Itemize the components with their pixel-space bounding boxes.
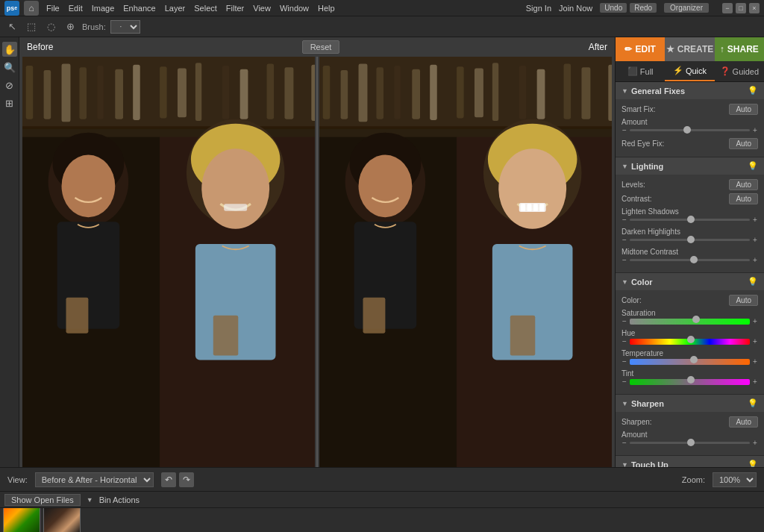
smart-fix-label: Smart Fix:	[621, 105, 656, 113]
home-icon[interactable]: ⌂	[24, 1, 39, 16]
zoom-tool[interactable]: 🔍	[2, 60, 17, 75]
tint-track[interactable]	[630, 379, 750, 385]
menu-edit[interactable]: Edit	[69, 4, 83, 13]
midtone-slider: − +	[621, 256, 758, 264]
edit-tab[interactable]: ✏ EDIT	[616, 37, 665, 61]
sharpen-title: Sharpen	[631, 399, 745, 408]
svg-rect-17	[311, 65, 315, 121]
svg-rect-45	[519, 66, 527, 119]
menu-layer[interactable]: Layer	[165, 4, 186, 13]
zoom-select[interactable]: 100%	[713, 472, 757, 487]
sharpen-header[interactable]: ▼ Sharpen 💡	[616, 395, 764, 412]
join-now-link[interactable]: Join Now	[559, 4, 592, 13]
lasso-tool[interactable]: ◌	[43, 19, 58, 34]
lighting-section: ▼ Lighting 💡 Levels: Auto Contrast: Auto…	[616, 157, 764, 273]
organizer-button[interactable]: Organizer	[664, 3, 709, 13]
crop-tool[interactable]: ⊕	[63, 19, 78, 34]
menu-select[interactable]: Select	[194, 4, 217, 13]
temperature-label: Temperature	[621, 349, 758, 357]
tab-guided[interactable]: ❓ Guided	[715, 61, 764, 81]
minimize-button[interactable]: −	[722, 3, 733, 13]
sharpen-thumb[interactable]	[687, 439, 695, 446]
tint-thumb[interactable]	[687, 376, 695, 384]
clone-tool[interactable]: ⊞	[2, 96, 17, 110]
menu-window[interactable]: Window	[280, 4, 309, 13]
menu-filter[interactable]: Filter	[226, 4, 244, 13]
right-panel-scroll[interactable]: ▼ General Fixes 💡 Smart Fix: Auto Amount…	[616, 82, 764, 467]
color-header[interactable]: ▼ Color 💡	[616, 273, 764, 290]
touch-up-header[interactable]: ▼ Touch Up 💡	[616, 456, 764, 467]
amount-track[interactable]	[630, 129, 750, 131]
smart-fix-auto-btn[interactable]: Auto	[729, 104, 758, 115]
lighten-track[interactable]	[630, 219, 750, 221]
create-tab[interactable]: ★ CREATE	[665, 37, 714, 61]
tab-full[interactable]: ⬛ Full	[616, 61, 665, 81]
lighting-header[interactable]: ▼ Lighting 💡	[616, 157, 764, 175]
move-tool[interactable]: ↖	[4, 19, 19, 34]
lighten-thumb[interactable]	[687, 216, 695, 223]
quick-label: Quick	[686, 66, 707, 75]
view-label: View:	[7, 475, 28, 484]
reset-button[interactable]: Reset	[302, 40, 340, 54]
create-tab-label: CREATE	[677, 44, 713, 54]
svg-rect-63	[527, 204, 532, 211]
canvas-images	[19, 57, 615, 467]
rotate-right-btn[interactable]: ↷	[179, 472, 194, 487]
rotate-left-btn[interactable]: ↶	[161, 472, 176, 487]
contrast-row: Contrast: Auto	[621, 193, 758, 204]
lighten-minus: −	[621, 216, 627, 224]
sign-in-link[interactable]: Sign In	[526, 4, 551, 13]
color-label: Color:	[621, 296, 642, 304]
svg-rect-49	[608, 65, 612, 121]
close-button[interactable]: ×	[749, 3, 760, 13]
sharpen-track[interactable]	[630, 442, 750, 444]
redo-button[interactable]: Redo	[630, 3, 657, 13]
levels-auto-btn[interactable]: Auto	[729, 179, 758, 190]
hue-thumb[interactable]	[687, 336, 695, 343]
sharpen-auto-btn[interactable]: Auto	[729, 416, 758, 428]
brush-size-select[interactable]: ·	[110, 20, 140, 34]
contrast-auto-btn[interactable]: Auto	[729, 193, 758, 204]
general-fixes-header[interactable]: ▼ General Fixes 💡	[616, 82, 764, 99]
restore-button[interactable]: □	[736, 3, 746, 13]
svg-rect-12	[195, 63, 201, 121]
show-open-files-btn[interactable]: Show Open Files	[4, 494, 81, 506]
hand-tool[interactable]: ✋	[2, 42, 17, 57]
open-files-dropdown[interactable]: ▼	[87, 496, 93, 504]
red-eye-auto-btn[interactable]: Auto	[729, 138, 758, 149]
tab-quick[interactable]: ⚡ Quick	[665, 61, 714, 81]
marquee-tool[interactable]: ⬚	[24, 19, 39, 34]
darken-track[interactable]	[630, 239, 750, 241]
menu-view[interactable]: View	[253, 4, 271, 13]
color-row: Color: Auto	[621, 295, 758, 306]
share-tab[interactable]: ↑ SHARE	[715, 37, 764, 61]
saturation-track[interactable]	[630, 319, 750, 325]
bin-actions-label[interactable]: Bin Actions	[99, 495, 140, 504]
menu-help[interactable]: Help	[318, 4, 335, 13]
guided-label: Guided	[733, 67, 759, 76]
midtone-track[interactable]	[630, 259, 750, 261]
bin-thumb-flowers[interactable]	[3, 508, 40, 532]
view-select[interactable]: Before & After - Horizontal	[35, 472, 154, 487]
temperature-track[interactable]	[630, 359, 750, 365]
menu-file[interactable]: File	[46, 4, 60, 13]
brush-tool[interactable]: ⊘	[2, 78, 17, 93]
amount-thumb[interactable]	[683, 126, 691, 134]
before-photo-svg	[22, 57, 315, 467]
undo-redo-group: Undo Redo	[600, 3, 657, 13]
sat-thumb[interactable]	[692, 316, 700, 323]
touch-up-bulb: 💡	[748, 460, 758, 467]
hue-track[interactable]	[630, 339, 750, 345]
undo-button[interactable]: Undo	[600, 3, 627, 13]
color-auto-btn[interactable]: Auto	[729, 295, 758, 306]
darken-thumb[interactable]	[687, 236, 695, 243]
midtone-thumb[interactable]	[690, 256, 698, 263]
darken-highlights-label: Darken Highlights	[621, 228, 758, 236]
window-controls: − □ ×	[722, 3, 760, 13]
temp-thumb[interactable]	[690, 356, 698, 363]
menu-image[interactable]: Image	[92, 4, 115, 13]
bin-thumb-people[interactable]	[43, 508, 81, 532]
general-fixes-section: ▼ General Fixes 💡 Smart Fix: Auto Amount…	[616, 82, 764, 157]
menu-enhance[interactable]: Enhance	[123, 4, 155, 13]
svg-rect-50	[319, 126, 612, 129]
